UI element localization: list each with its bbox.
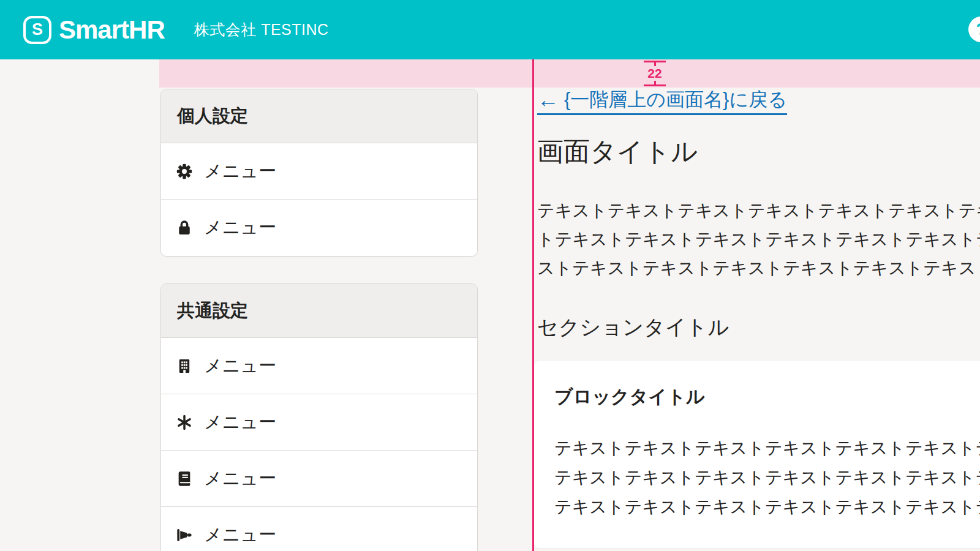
page: S SmartHR 株式会社 TESTINC ? 22 個人設定メニューメニュー… (0, 0, 980, 551)
menu-item-label: メニュー (204, 410, 276, 435)
asterisk-icon (176, 414, 193, 431)
annotation-guide-line (532, 59, 534, 551)
back-arrow-icon: ← (537, 89, 559, 111)
megaphone-icon (176, 527, 193, 544)
app-header: S SmartHR 株式会社 TESTINC ? (0, 0, 980, 59)
content-block: ブロックタイトル テキストテキストテキストテキストテキストテキストテキストテキス… (534, 361, 980, 548)
company-name: 株式会社 TESTINC (194, 20, 329, 40)
sidebar-menu-item[interactable]: メニュー (161, 451, 477, 507)
menu-item-label: メニュー (204, 216, 276, 240)
brand-name: SmartHR (59, 15, 165, 45)
gear-icon (176, 163, 193, 180)
book-icon (176, 470, 193, 487)
card-title: 個人設定 (161, 89, 477, 143)
page-title: 画面タイトル (537, 136, 698, 168)
card-title: 共通設定 (161, 284, 477, 338)
smarthr-logo[interactable]: S SmartHR (23, 15, 165, 45)
lead-paragraph: テキストテキストテキストテキストテキストテキストテキストテキストテキストテキスト… (537, 196, 980, 282)
menu-item-label: メニュー (204, 159, 276, 184)
section-title: セクションタイトル (537, 315, 729, 340)
menu-item-label: メニュー (204, 467, 276, 491)
lead-text-line: ストテキストテキストテキストテキストテキストテキストテ (537, 253, 980, 282)
question-icon: ? (976, 20, 980, 39)
building-icon (176, 358, 193, 375)
menu-item-label: メニュー (204, 523, 276, 547)
sidebar-menu-item[interactable]: メニュー (161, 394, 477, 451)
lead-text-line: トテキストテキストテキストテキストテキストテキストテキ (537, 225, 980, 253)
lead-text-line: テキストテキストテキストテキストテキストテキストテキス (537, 196, 980, 225)
block-text-line: テキストテキストテキストテキストテキストテキストテキスト (554, 463, 980, 492)
measure-bottom-tick (644, 84, 666, 86)
settings-card-1: 共通設定メニューメニューメニューメニュー (160, 283, 478, 551)
smarthr-logo-icon: S (23, 16, 51, 44)
block-text-line: テキストテキストテキストテキストテキストテキストテキスト (554, 433, 980, 463)
back-link-label: {一階層上の画面名}に戻る (564, 88, 787, 112)
block-title: ブロックタイトル (554, 384, 705, 410)
settings-card-0: 個人設定メニューメニュー (160, 89, 478, 257)
lock-icon (176, 219, 193, 236)
sidebar-menu-item[interactable]: メニュー (161, 200, 477, 256)
block-text-line: テキストテキストテキストテキストテキストテキストテキスト (554, 492, 980, 522)
sidebar-menu-item[interactable]: メニュー (161, 338, 477, 394)
sidebar-menu-item[interactable]: メニュー (161, 143, 477, 200)
menu-item-label: メニュー (204, 354, 276, 378)
back-link[interactable]: ← {一階層上の画面名}に戻る (537, 88, 787, 115)
block-paragraph: テキストテキストテキストテキストテキストテキストテキストテキストテキストテキスト… (554, 433, 980, 522)
measurement-value: 22 (646, 66, 663, 81)
annotation-highlight-band (159, 59, 980, 88)
help-button[interactable]: ? (968, 17, 980, 42)
sidebar-menu-item[interactable]: メニュー (161, 507, 477, 551)
spacing-measurement-annotation: 22 (644, 61, 666, 86)
